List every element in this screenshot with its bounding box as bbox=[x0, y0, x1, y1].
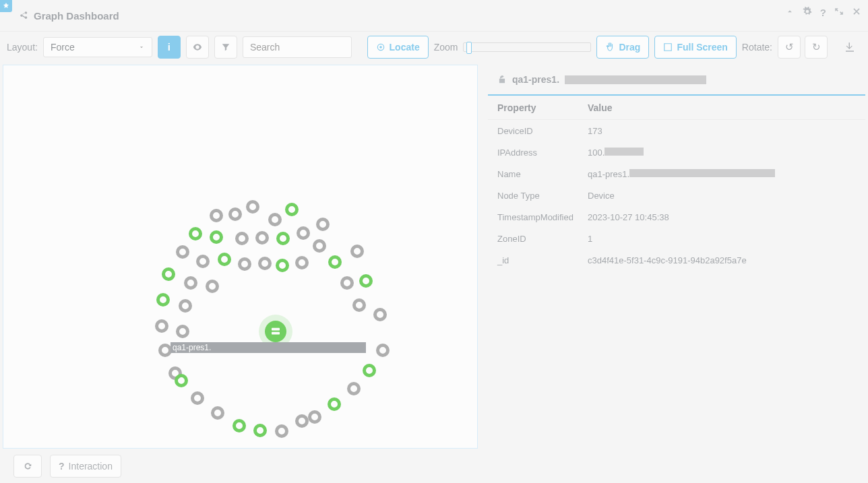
layout-label: Layout: bbox=[7, 42, 38, 53]
detail-header: qa1-pres1. bbox=[488, 65, 865, 94]
footer: ?Interaction bbox=[13, 455, 121, 478]
filter-button[interactable] bbox=[214, 36, 237, 59]
col-value: Value bbox=[585, 102, 865, 113]
info-mode-button[interactable]: i bbox=[158, 36, 181, 59]
detail-row: ZoneID1 bbox=[488, 228, 865, 249]
graph-node[interactable] bbox=[350, 245, 364, 258]
layout-select-value[interactable] bbox=[51, 42, 104, 53]
graph-node[interactable] bbox=[176, 325, 189, 338]
help-icon[interactable]: ? bbox=[820, 7, 826, 19]
graph-node[interactable] bbox=[255, 231, 269, 245]
chevron-down-icon bbox=[138, 44, 145, 51]
graph-node[interactable] bbox=[218, 253, 231, 266]
interaction-button[interactable]: ?Interaction bbox=[50, 455, 121, 478]
detail-table: Property Value DeviceID173IPAddress100.N… bbox=[488, 94, 865, 271]
graph-node[interactable] bbox=[228, 207, 242, 221]
drag-button[interactable]: Drag bbox=[596, 36, 649, 59]
graph-node[interactable] bbox=[232, 419, 246, 432]
prop-value: 1 bbox=[585, 234, 865, 244]
zoom-handle[interactable] bbox=[466, 42, 472, 54]
graph-node[interactable] bbox=[373, 308, 387, 321]
fullscreen-icon bbox=[663, 42, 673, 52]
graph-node[interactable] bbox=[275, 424, 288, 438]
prop-value: Device bbox=[585, 191, 865, 201]
graph-node[interactable] bbox=[285, 203, 299, 216]
locate-button[interactable]: Locate bbox=[367, 36, 429, 59]
graph-node[interactable] bbox=[363, 364, 376, 377]
prop-name: Node Type bbox=[488, 191, 585, 201]
detail-title: qa1-pres1. bbox=[512, 74, 559, 85]
rotate-cw-button[interactable]: ↻ bbox=[805, 36, 828, 59]
interaction-label: Interaction bbox=[69, 461, 113, 472]
rotate-ccw-button[interactable]: ↺ bbox=[778, 36, 801, 59]
prop-name: Name bbox=[488, 169, 585, 179]
expand-icon[interactable] bbox=[834, 7, 844, 19]
graph-node[interactable] bbox=[268, 213, 282, 226]
graph-node[interactable] bbox=[347, 382, 361, 395]
zoom-slider[interactable] bbox=[463, 42, 591, 52]
graph-node[interactable] bbox=[253, 424, 267, 437]
toolbar: Layout: i Locate Zoom Drag Full Screen R… bbox=[0, 31, 868, 62]
graph-node[interactable] bbox=[295, 414, 309, 428]
graph-node[interactable] bbox=[276, 232, 290, 245]
graph-node[interactable] bbox=[210, 209, 223, 222]
prop-value: c3d4f41e-5f31-4c9c-9191-94b2a92f5a7e bbox=[585, 255, 865, 265]
graph-node[interactable] bbox=[210, 230, 223, 244]
graph-canvas[interactable]: qa1-pres1. bbox=[3, 65, 478, 449]
graph-node[interactable] bbox=[352, 298, 366, 312]
graph-node[interactable] bbox=[238, 257, 251, 271]
search-input-wrap bbox=[243, 36, 352, 58]
graph-node[interactable] bbox=[196, 255, 210, 268]
prop-name: DeviceID bbox=[488, 126, 585, 136]
graph-node[interactable] bbox=[276, 259, 289, 272]
graph-node[interactable] bbox=[340, 276, 354, 290]
fullscreen-button[interactable]: Full Screen bbox=[654, 36, 736, 59]
graph-node[interactable] bbox=[156, 293, 170, 307]
download-button[interactable] bbox=[838, 36, 861, 59]
graph-node[interactable] bbox=[155, 319, 168, 333]
graph-node[interactable] bbox=[316, 218, 330, 231]
prop-value: 100. bbox=[585, 148, 865, 158]
graph-node[interactable] bbox=[176, 245, 189, 259]
search-input[interactable] bbox=[250, 42, 344, 53]
graph-node[interactable] bbox=[211, 406, 224, 420]
chevron-up-icon[interactable] bbox=[785, 7, 795, 19]
detail-row: Nameqa1-pres1. bbox=[488, 163, 865, 185]
refresh-button[interactable] bbox=[13, 455, 42, 478]
svg-rect-50 bbox=[272, 328, 280, 331]
graph-node[interactable] bbox=[162, 267, 175, 281]
graph-node[interactable] bbox=[184, 276, 197, 290]
graph-node[interactable] bbox=[206, 280, 219, 293]
graph-node[interactable] bbox=[295, 256, 309, 269]
server-icon bbox=[270, 325, 282, 337]
close-icon[interactable] bbox=[852, 7, 861, 19]
prop-name: IPAddress bbox=[488, 148, 585, 158]
share-icon bbox=[19, 11, 28, 20]
graph-node[interactable] bbox=[246, 200, 259, 214]
graph-node[interactable] bbox=[235, 232, 249, 245]
gear-icon[interactable] bbox=[803, 7, 812, 19]
graph-node[interactable] bbox=[308, 410, 321, 424]
graph-node[interactable] bbox=[328, 397, 341, 411]
graph-node[interactable] bbox=[313, 239, 326, 253]
svg-point-1 bbox=[379, 46, 382, 49]
graph-node[interactable] bbox=[359, 274, 373, 288]
graph-node[interactable] bbox=[328, 255, 342, 269]
graph-node[interactable] bbox=[376, 344, 390, 357]
graph-node[interactable] bbox=[175, 374, 188, 387]
graph-node[interactable] bbox=[191, 391, 204, 405]
rotate-label: Rotate: bbox=[742, 42, 772, 53]
drag-label: Drag bbox=[619, 42, 640, 53]
detail-row: DeviceID173 bbox=[488, 120, 865, 141]
graph-node[interactable] bbox=[258, 257, 272, 270]
unlock-icon[interactable] bbox=[497, 75, 507, 84]
prop-name: TimestampModified bbox=[488, 212, 585, 222]
redacted-text bbox=[629, 169, 775, 177]
graph-node[interactable] bbox=[158, 344, 172, 357]
graph-node[interactable] bbox=[189, 227, 202, 240]
eye-mode-button[interactable] bbox=[186, 36, 209, 59]
graph-node[interactable] bbox=[179, 299, 192, 313]
layout-select[interactable] bbox=[43, 37, 152, 57]
prop-value: qa1-pres1. bbox=[585, 169, 865, 179]
graph-node[interactable] bbox=[297, 226, 310, 240]
